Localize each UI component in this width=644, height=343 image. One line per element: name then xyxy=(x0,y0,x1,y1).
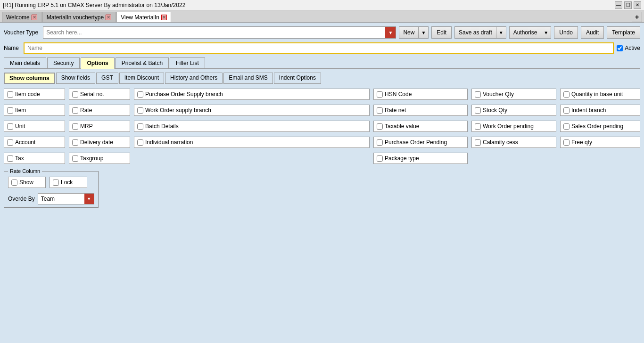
cb-batch-details: Batch Details xyxy=(134,121,370,132)
cb-so-pending-check[interactable] xyxy=(563,123,570,130)
rate-col-lock-check[interactable] xyxy=(53,180,59,186)
cb-wo-supply-branch: Work Order supply branch xyxy=(134,105,370,116)
audit-button[interactable]: Audit xyxy=(581,26,604,39)
cb-package-type: Package type xyxy=(373,153,468,164)
col3-group: Purchase Order Supply branch Work Order … xyxy=(134,89,370,166)
cb-individual-narration-check[interactable] xyxy=(137,139,143,146)
sub-tab-show-columns[interactable]: Show columns xyxy=(4,73,55,84)
sub-tab-indent-options[interactable]: Indent Options xyxy=(274,73,321,84)
rate-col-show-check[interactable] xyxy=(11,180,17,186)
tab-view-materialin-close[interactable]: ✕ xyxy=(161,15,167,20)
voucher-type-input[interactable] xyxy=(43,28,385,37)
cb-individual-narration: Individual narration xyxy=(134,137,370,148)
tab-options[interactable]: Options xyxy=(81,57,114,69)
cb-serial-no-check[interactable] xyxy=(72,91,78,98)
col5-group: Voucher Qty Stock Qty Work Order pending… xyxy=(471,89,556,166)
active-checkbox[interactable] xyxy=(617,45,623,51)
sub-tab-show-fields[interactable]: Show fields xyxy=(56,73,95,84)
tab-welcome[interactable]: Welcome ✕ xyxy=(2,12,41,22)
cb-rate-net-check[interactable] xyxy=(377,107,383,114)
cb-item-code-check[interactable] xyxy=(7,91,13,98)
cb-taxable-value-check[interactable] xyxy=(377,123,383,130)
col4-group: HSN Code Rate net Taxable value Purchase… xyxy=(373,89,468,166)
edit-button[interactable]: Edit xyxy=(431,26,452,39)
title-bar: [R1] Running ERP 5.1 on CMAX Server By a… xyxy=(0,0,644,10)
authorise-split: Authorise ▼ xyxy=(509,26,552,39)
cb-voucher-qty-label: Voucher Qty xyxy=(483,91,514,98)
add-tab-button[interactable]: + xyxy=(632,12,642,22)
cb-delivery-date-check[interactable] xyxy=(72,139,78,146)
restore-button[interactable]: ❐ xyxy=(624,1,632,9)
cb-unit-check[interactable] xyxy=(7,123,13,130)
rate-column-group: Rate Column Show Lock Overde By Team ▼ xyxy=(4,168,99,208)
cb-taxable-value: Taxable value xyxy=(373,121,468,132)
cb-po-supply-branch-check[interactable] xyxy=(137,91,143,98)
tab-security[interactable]: Security xyxy=(47,57,80,68)
sub-tab-email-sms[interactable]: Email and SMS xyxy=(223,73,273,84)
col6-group: Quantity in base unit Indent branch Sale… xyxy=(560,89,640,166)
checkboxes-grid: Item code Item Unit Account Tax xyxy=(4,89,640,166)
new-dropdown-arrow[interactable]: ▼ xyxy=(418,26,429,39)
tab-view-materialin[interactable]: View MaterialIn ✕ xyxy=(116,12,171,22)
cb-item: Item xyxy=(4,105,65,116)
tab-welcome-close[interactable]: ✕ xyxy=(32,15,37,20)
cb-calamity-cess-check[interactable] xyxy=(475,139,481,146)
cb-package-type-check[interactable] xyxy=(377,155,383,162)
voucher-type-dropdown-arrow[interactable]: ▼ xyxy=(385,27,396,38)
cb-taxgroup: Taxgroup xyxy=(69,153,130,164)
cb-po-supply-branch-label: Purchase Order Supply branch xyxy=(145,91,223,98)
cb-delivery-date-label: Delivery date xyxy=(80,139,113,146)
cb-wo-supply-branch-check[interactable] xyxy=(137,107,143,114)
cb-stock-qty-check[interactable] xyxy=(475,107,481,114)
sub-tab-item-discount[interactable]: Item Discount xyxy=(119,73,164,84)
tab-pricelist-batch[interactable]: Pricelist & Batch xyxy=(116,57,169,68)
cb-account-check[interactable] xyxy=(7,139,13,146)
cb-batch-details-check[interactable] xyxy=(137,123,143,130)
override-by-dropdown[interactable]: Team ▼ xyxy=(38,193,94,204)
cb-indent-branch: Indent branch xyxy=(560,105,640,116)
cb-wo-pending-check[interactable] xyxy=(475,123,481,130)
cb-free-qty-label: Free qty xyxy=(571,139,592,146)
sub-tab-gst[interactable]: GST xyxy=(96,73,118,84)
undo-button[interactable]: Undo xyxy=(554,26,578,39)
tab-materialin-vouchertype[interactable]: MaterialIn vouchertype ✕ xyxy=(42,12,116,22)
tab-main-details[interactable]: Main details xyxy=(4,57,46,68)
cb-voucher-qty: Voucher Qty xyxy=(471,89,556,100)
cb-qty-base-unit-check[interactable] xyxy=(563,91,570,98)
template-button[interactable]: Template xyxy=(607,26,640,39)
cb-calamity-cess: Calamity cess xyxy=(471,137,556,148)
voucher-type-search[interactable]: ▼ xyxy=(43,26,396,39)
tab-filter-list[interactable]: Filter List xyxy=(170,57,205,68)
authorise-arrow[interactable]: ▼ xyxy=(541,26,551,39)
cb-item-code-label: Item code xyxy=(15,91,40,98)
cb-rate: Rate xyxy=(69,105,130,116)
authorise-button[interactable]: Authorise xyxy=(509,26,541,39)
save-as-draft-button[interactable]: Save as draft xyxy=(454,26,496,39)
new-button[interactable]: New xyxy=(399,26,418,39)
cb-tax-check[interactable] xyxy=(7,155,13,162)
cb-mrp-check[interactable] xyxy=(72,123,78,130)
save-as-draft-arrow[interactable]: ▼ xyxy=(496,26,506,39)
cb-item-check[interactable] xyxy=(7,107,13,114)
cb-rate-label: Rate xyxy=(80,107,92,114)
override-by-label: Overde By xyxy=(8,196,35,202)
cb-rate-check[interactable] xyxy=(72,107,78,114)
toolbar: Voucher Type ▼ New ▼ Edit Save as draft … xyxy=(4,26,640,39)
sub-tab-history-others[interactable]: History and Others xyxy=(165,73,223,84)
cb-taxgroup-check[interactable] xyxy=(72,155,78,162)
cb-free-qty-check[interactable] xyxy=(563,139,570,146)
cb-voucher-qty-check[interactable] xyxy=(475,91,481,98)
cb-hsn-code-check[interactable] xyxy=(377,91,383,98)
name-input[interactable] xyxy=(24,42,614,54)
cb-serial-no-label: Serial no. xyxy=(80,91,104,98)
cb-mrp-label: MRP xyxy=(80,123,93,130)
col1-group: Item code Item Unit Account Tax xyxy=(4,89,65,166)
minimize-button[interactable]: — xyxy=(615,1,622,9)
cb-po-pending-check[interactable] xyxy=(377,139,383,146)
cb-account-label: Account xyxy=(15,139,35,146)
cb-indent-branch-check[interactable] xyxy=(563,107,570,114)
override-dropdown-arrow[interactable]: ▼ xyxy=(84,194,94,204)
close-button[interactable]: ✕ xyxy=(634,1,641,9)
cb-so-pending-label: Sales Order pending xyxy=(571,123,623,130)
tab-materialin-vouchertype-close[interactable]: ✕ xyxy=(106,15,111,20)
